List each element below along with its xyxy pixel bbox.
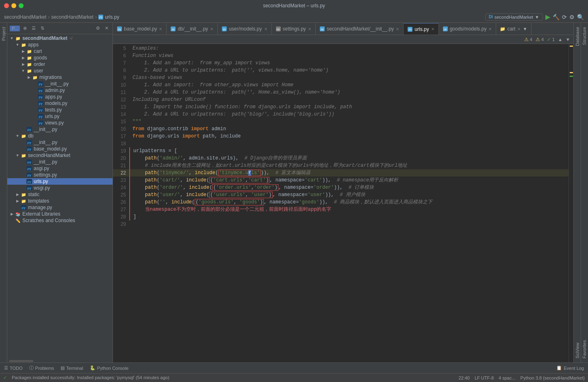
tree-shm-sub[interactable]: ▼ 📁 secondHandMarket <box>7 152 113 159</box>
git-update-button[interactable]: ⟳ <box>562 14 567 20</box>
terminal-button[interactable]: ▤ Terminal <box>61 365 83 371</box>
code-content[interactable]: Examples: Function views 1. Add an impor… <box>129 44 568 362</box>
titlebar: secondHandMarket – urls.py <box>0 0 588 11</box>
tab-close-goods-models[interactable]: ✕ <box>488 27 492 31</box>
tree-tests[interactable]: ▶ py tests.py <box>7 107 113 113</box>
tree-db[interactable]: ▼ 📁 db <box>7 133 113 139</box>
interpreter-selector[interactable]: DI secondHandMarket ▼ <box>485 13 543 21</box>
tree-user[interactable]: ▼ 📁 user <box>7 68 113 74</box>
error-count[interactable]: ⚠ 4 <box>536 37 544 42</box>
code-line-9: Class-based views <box>129 74 568 81</box>
structure-label[interactable]: Structure <box>581 23 588 49</box>
tree-settings[interactable]: ▶ py settings.py <box>7 172 113 178</box>
encoding[interactable]: LF UTF-8 <box>475 375 494 380</box>
error-icon: ⚠ <box>536 37 540 42</box>
tab-shm-init[interactable]: py secondHandMarket/__init__.py ✕ <box>316 23 404 35</box>
project-label[interactable]: Project <box>0 23 7 45</box>
code-line-14: 2. Add a URL to urlpatterns: path('blog/… <box>129 111 568 118</box>
tree-scratches[interactable]: ▶ ✏️ Scratches and Consoles <box>7 217 113 224</box>
editor-area: py base_model.py ✕ py db/__init__.py ✕ p… <box>113 23 573 362</box>
breadcrumb-mid[interactable]: secondHandMarket <box>51 14 93 20</box>
tab-close-user-models[interactable]: ✕ <box>264 27 267 31</box>
database-label[interactable]: Database <box>574 23 581 50</box>
tree-urls-user[interactable]: ▶ py urls.py <box>7 113 113 120</box>
tree-apps[interactable]: ▼ 📁 apps <box>7 41 113 48</box>
minimize-button[interactable] <box>11 3 16 8</box>
migrations-folder-icon: 📁 <box>32 74 38 80</box>
tree-db-init[interactable]: ▶ py __init__.py <box>7 139 113 146</box>
tab-close-urls[interactable]: ✕ <box>431 27 434 31</box>
tree-ext-libs[interactable]: ▶ 📚 External Libraries <box>7 211 113 217</box>
tab-icon6: py <box>408 27 412 32</box>
python-console-button[interactable]: 🐍 Python Console <box>90 365 129 371</box>
breadcrumb-root[interactable]: secondHandMarket <box>4 14 46 20</box>
settings-button[interactable]: ⚙ <box>569 14 575 20</box>
build-button[interactable]: 🔨 <box>553 14 560 20</box>
project-toolbar-p[interactable]: P... <box>10 26 20 31</box>
info-icon: ⓘ <box>29 365 34 371</box>
tab-urls[interactable]: py urls.py ✕ <box>404 23 438 35</box>
code-editor[interactable]: 5 6 7 8 9 10 11 12 13 14 15 16 17 18 19 … <box>113 44 573 362</box>
search-button[interactable]: 🔍 <box>577 14 584 20</box>
toolbar-sync[interactable]: ⊕ <box>22 25 28 32</box>
toolbar-close[interactable]: ✕ <box>103 25 110 32</box>
run-button[interactable]: ▶ <box>545 13 550 21</box>
tree-asgi[interactable]: ▶ py asgi.py <box>7 165 113 172</box>
tab-close-settings[interactable]: ✕ <box>308 27 311 31</box>
tree-templates[interactable]: ▶ 📁 templates <box>7 198 113 204</box>
ok-count[interactable]: ✓ 1 <box>547 37 555 42</box>
maximize-button[interactable] <box>19 3 24 8</box>
tree-base-model[interactable]: ▶ py base_model.py <box>7 146 113 152</box>
todo-button[interactable]: ☰ TODO <box>4 365 23 371</box>
tab-user-models[interactable]: py user/models.py ✕ <box>218 23 271 35</box>
sciview-label[interactable]: SciView <box>574 338 581 362</box>
tab-close-base-model[interactable]: ✕ <box>159 27 162 31</box>
tree-user-init[interactable]: ▶ py __init__.py <box>7 81 113 87</box>
favorites-label[interactable]: Favorites <box>581 336 588 362</box>
tree-static[interactable]: ▶ 📁 static <box>7 191 113 198</box>
tree-wsgi[interactable]: ▶ py wsgi.py <box>7 185 113 191</box>
tree-order[interactable]: ▶ 📁 order <box>7 61 113 68</box>
tab-close-shm-init[interactable]: ✕ <box>396 27 399 31</box>
event-log-button[interactable]: 📋 Event Log <box>556 365 584 371</box>
tree-root[interactable]: ▼ 📁 secondHandMarket ~/ <box>7 35 113 41</box>
code-line-5: Examples: <box>129 45 568 52</box>
tab-cart[interactable]: 📁 cart ✕ ▼ <box>496 23 532 35</box>
indent[interactable]: 4 spac... <box>499 375 516 380</box>
interpreter[interactable]: Python 3.8 {secondHandMarket} <box>521 375 585 380</box>
toolbar-collapse[interactable]: ☰ <box>30 25 37 32</box>
line-col[interactable]: 22:40 <box>458 375 470 380</box>
tree-apps-py[interactable]: ▶ py apps.py <box>7 94 113 100</box>
code-line-20: path('admin/', admin.site.urls), # Djang… <box>129 155 568 162</box>
toolbar-settings[interactable]: ⚙ <box>94 25 102 32</box>
tree-urls-active[interactable]: ▶ py urls.py <box>7 178 113 185</box>
tree-cart[interactable]: ▶ 📁 cart <box>7 48 113 55</box>
warning-count[interactable]: ⚠ 4 <box>524 37 532 42</box>
tree-views[interactable]: ▶ py views.py <box>7 120 113 126</box>
tabs-bar: py base_model.py ✕ py db/__init__.py ✕ p… <box>113 23 573 35</box>
window-controls[interactable] <box>4 3 24 8</box>
shm-folder-icon: 📁 <box>20 153 27 158</box>
tab-close-db-init[interactable]: ✕ <box>210 27 213 31</box>
tree-admin[interactable]: ▶ py admin.py <box>7 87 113 94</box>
tab-base-model[interactable]: py base_model.py ✕ <box>113 23 167 35</box>
close-button[interactable] <box>4 3 9 8</box>
tab-settings[interactable]: py settings.py ✕ <box>272 23 316 35</box>
tree-migrations[interactable]: ▶ 📁 migrations <box>7 74 113 81</box>
tab-goods-models[interactable]: py goods/models.py ✕ <box>439 23 497 35</box>
tab-close-cart[interactable]: ✕ <box>517 27 521 31</box>
tree-shm-init[interactable]: ▶ py __init__.py <box>7 159 113 165</box>
tree-apps-init[interactable]: ▶ py __init__.py <box>7 126 113 133</box>
tabs-overflow-btn[interactable]: ▼ <box>523 26 527 31</box>
arrow-root: ▼ <box>9 36 15 40</box>
tree-manage[interactable]: ▶ py manage.py <box>7 204 113 211</box>
code-line-10: 1. Add an import: from other_app.views i… <box>129 81 568 89</box>
tree-goods[interactable]: ▶ 📁 goods <box>7 55 113 61</box>
code-line-25: path('user/', include(('user.urls', 'use… <box>129 191 568 199</box>
toolbar-sort[interactable]: ⇅ <box>39 25 46 32</box>
tab-db-init[interactable]: py db/__init__.py ✕ <box>167 23 218 35</box>
problems-button[interactable]: ⓘ Problems <box>29 365 54 371</box>
tree-models[interactable]: ▶ py models.py <box>7 100 113 107</box>
py-icon7: py <box>37 120 44 126</box>
project-panel-tab[interactable]: Project <box>0 23 7 362</box>
